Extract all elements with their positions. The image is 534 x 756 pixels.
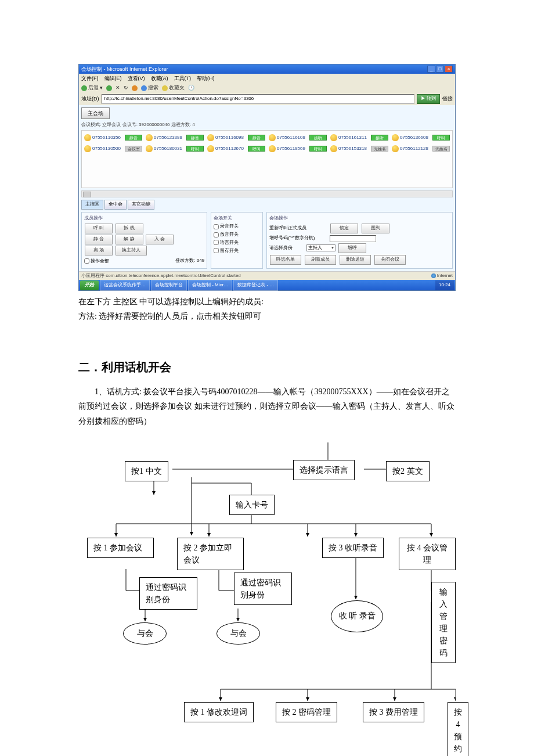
forward-button[interactable] <box>106 85 112 91</box>
bell-icon <box>269 145 276 152</box>
ie-statusbar: 小应用程序 com.ultron.teleconference.applet.m… <box>79 271 455 280</box>
back-button[interactable]: 后退 ▾ <box>81 84 103 92</box>
participant-status[interactable]: 呼叫 <box>186 146 204 152</box>
flow-pwd-id2: 通过密码识别身份 <box>234 573 292 605</box>
participant-status[interactable]: 会议室 <box>125 146 142 152</box>
addnum-input[interactable] <box>330 235 376 242</box>
list-button[interactable]: 图列 <box>362 224 389 233</box>
bell-icon <box>146 134 153 141</box>
language-switch[interactable]: 语言开关 <box>214 239 260 247</box>
search-button[interactable]: 搜索 <box>141 84 158 92</box>
start-button[interactable]: 开始 <box>80 280 99 290</box>
participant-status[interactable]: 静音 <box>125 135 142 141</box>
participant-status[interactable]: 呼叫 <box>432 135 450 141</box>
links-label[interactable]: 链接 <box>442 95 453 103</box>
taskbar-item-4[interactable]: 数据库登记表 - … <box>233 280 278 291</box>
close-conference-button[interactable]: 关闭会议 <box>374 255 406 265</box>
recall-label: 重新呼叫正式成员 <box>269 225 327 232</box>
main-hall-button[interactable]: 主会场 <box>81 107 110 119</box>
participant-number: 07556130500 <box>92 145 124 153</box>
participant-number: 07556112128 <box>400 145 431 153</box>
participant-cell[interactable]: 07556136608呼叫 <box>392 134 450 142</box>
tab-all-conf[interactable]: 全中会 <box>104 200 127 210</box>
identity-label: 请选择身份 <box>269 244 304 252</box>
participant-status[interactable]: 呼叫 <box>248 146 265 152</box>
globe-icon <box>431 273 436 278</box>
menu-view[interactable]: 查看(V) <box>128 74 145 82</box>
leave-button[interactable]: 离 场 <box>85 246 113 255</box>
menu-tools[interactable]: 工具(T) <box>174 74 192 82</box>
participant-status[interactable]: 无姓名 <box>432 146 450 152</box>
home-button[interactable] <box>132 85 138 91</box>
operate-all-checkbox[interactable]: 操作全部 <box>84 258 109 265</box>
go-button[interactable]: ▶ 转到 <box>417 94 440 104</box>
bell-icon <box>84 145 91 152</box>
participant-cell[interactable]: 07556130500会议室 <box>84 145 142 153</box>
favorites-button[interactable]: 收藏夹 <box>162 84 185 92</box>
switches-group: 会场开关 录音开关 放音开关 语言开关 留存开关 <box>211 212 263 269</box>
flow-opt3: 按 3 收听录音 <box>322 538 384 558</box>
unmute-button[interactable]: 解 静 <box>116 235 143 244</box>
menu-fav[interactable]: 收藏(A) <box>151 74 168 82</box>
maximize-button[interactable]: □ <box>436 66 444 73</box>
participant-status[interactable]: 无姓名 <box>371 146 388 152</box>
participant-cell[interactable]: 07556112670呼叫 <box>207 145 265 153</box>
menu-help[interactable]: 帮助(H) <box>197 74 215 82</box>
participant-status[interactable]: 静音 <box>248 135 265 141</box>
hangup-button[interactable]: 拆 线 <box>116 224 143 233</box>
delete-channel-button[interactable]: 删除通道 <box>340 255 371 265</box>
participant-status[interactable]: 接听 <box>309 135 327 141</box>
refresh-button[interactable]: ↻ <box>124 84 128 92</box>
taskbar-item-3[interactable]: 会场控制 - Micr… <box>188 280 232 291</box>
system-tray[interactable]: 10:24 <box>435 280 454 290</box>
participant-cell[interactable]: 07556161311接听 <box>330 134 388 142</box>
change-host-button[interactable]: 换主持人 <box>116 246 147 255</box>
clock: 10:24 <box>439 282 450 287</box>
menu-edit[interactable]: 编辑(E) <box>104 74 122 82</box>
stop-button[interactable]: ✕ <box>116 84 120 92</box>
record-switch[interactable]: 录音开关 <box>214 223 260 231</box>
ie-menubar: 文件(F) 编辑(E) 查看(V) 收藏(A) 工具(T) 帮助(H) <box>79 74 455 83</box>
flowchart: 选择提示语言 按1 中文 按2 英文 输入卡号 按 1 参加会议 按 2 参加立… <box>78 442 456 750</box>
call-list-button[interactable]: 呼选名单 <box>270 255 301 265</box>
participant-number: 07556136608 <box>400 134 431 142</box>
identity-select[interactable]: 主持人 <box>306 244 335 251</box>
participant-cell[interactable]: 07556118569呼叫 <box>269 145 327 153</box>
ie-toolbar: 后退 ▾ ✕ ↻ 搜索 收藏夹 🕓 <box>79 83 455 92</box>
mute-button[interactable]: 静 音 <box>85 235 113 244</box>
participant-cell[interactable]: 07556110356静音 <box>84 134 142 142</box>
participant-status[interactable]: 静音 <box>186 135 204 141</box>
participants-panel: 07556110356静音07556123388静音07556116098静音0… <box>81 130 453 188</box>
participant-cell[interactable]: 07556112128无姓名 <box>392 145 450 153</box>
participant-cell[interactable]: 07556123388静音 <box>146 134 204 142</box>
body-text: 在左下方 主控区 中可以选择控制以上编辑好的成员: 方法: 选择好需要控制的人员… <box>78 296 456 323</box>
close-button[interactable]: × <box>445 66 453 73</box>
refresh-members-button[interactable]: 刷新成员 <box>305 255 336 265</box>
flow-join2: 与会 <box>217 622 260 645</box>
status-text: 小应用程序 com.ultron.teleconference.applet.m… <box>81 272 241 280</box>
horizontal-scrollbar[interactable] <box>81 190 453 197</box>
taskbar-item-1[interactable]: 运营会议系统作手… <box>100 280 150 291</box>
lock-button[interactable]: 锁定 <box>330 224 358 233</box>
menu-file[interactable]: 文件(F) <box>81 74 99 82</box>
participant-cell[interactable]: 07556116098静音 <box>207 134 265 142</box>
addcall-button[interactable]: 增呼 <box>338 243 366 253</box>
participant-cell[interactable]: 07556180031呼叫 <box>146 145 204 153</box>
participant-cell[interactable]: 07556153318无姓名 <box>330 145 388 153</box>
participant-status[interactable]: 呼叫 <box>309 146 327 152</box>
join-button[interactable]: 入 会 <box>146 235 174 244</box>
search-icon <box>141 85 147 91</box>
tab-main-control[interactable]: 主控区 <box>81 200 103 210</box>
star-icon <box>162 85 168 91</box>
playback-switch[interactable]: 放音开关 <box>214 231 260 239</box>
call-button[interactable]: 呼 叫 <box>85 224 113 233</box>
participant-cell[interactable]: 07556116108接听 <box>269 134 327 142</box>
participant-number: 07556123388 <box>154 134 185 142</box>
minimize-button[interactable]: _ <box>427 66 435 73</box>
retain-switch[interactable]: 留存开关 <box>214 247 260 255</box>
tab-other[interactable]: 其它功能 <box>128 200 154 210</box>
taskbar-item-2[interactable]: 会场控制平台 <box>151 280 187 291</box>
history-button[interactable]: 🕓 <box>188 84 194 92</box>
address-input[interactable]: http://tc.chinatieton.net:8080/user/Meet… <box>102 94 414 104</box>
participant-status[interactable]: 接听 <box>371 135 388 141</box>
